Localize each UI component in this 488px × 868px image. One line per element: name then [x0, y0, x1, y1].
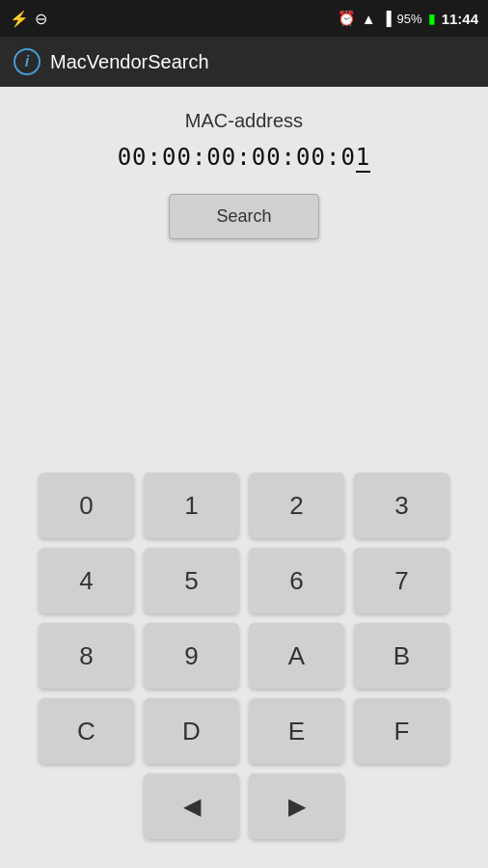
- nav-row: ◀ ▶: [39, 773, 449, 839]
- key-9[interactable]: 9: [144, 623, 239, 689]
- title-bar: i MacVendorSearch: [0, 37, 488, 87]
- key-a[interactable]: A: [249, 623, 344, 689]
- status-right-icons: ⏰ ▲ ▐ 95% ▮ 11:44: [338, 10, 478, 27]
- search-button[interactable]: Search: [169, 194, 318, 239]
- main-content: MAC-address 00:00:00:00:00:01 Search 0 1…: [0, 87, 488, 868]
- key-3[interactable]: 3: [354, 473, 449, 538]
- mac-address-display: 00:00:00:00:00:01: [118, 144, 371, 171]
- key-2[interactable]: 2: [249, 473, 344, 538]
- key-8[interactable]: 8: [39, 623, 134, 689]
- status-left-icons: ⚡ ⊖: [10, 10, 47, 28]
- keypad-container: 0 1 2 3 4 5 6 7 8 9 A B C D E F ◀ ▶: [0, 453, 488, 868]
- usb-icon: ⚡: [10, 10, 29, 28]
- wifi-icon: ▲: [362, 11, 376, 27]
- clock: 11:44: [442, 11, 478, 27]
- key-1[interactable]: 1: [144, 473, 239, 538]
- key-6[interactable]: 6: [249, 548, 344, 613]
- key-0[interactable]: 0: [39, 473, 134, 538]
- battery-percent: 95%: [397, 12, 422, 26]
- nav-spacer-2: [354, 773, 449, 839]
- nav-left-button[interactable]: ◀: [144, 773, 239, 839]
- battery-icon: ▮: [428, 11, 436, 26]
- key-b[interactable]: B: [354, 623, 449, 689]
- key-5[interactable]: 5: [144, 548, 239, 613]
- key-7[interactable]: 7: [354, 548, 449, 613]
- keypad: 0 1 2 3 4 5 6 7 8 9 A B C D E F: [39, 473, 449, 764]
- mac-label: MAC-address: [185, 110, 303, 132]
- status-bar: ⚡ ⊖ ⏰ ▲ ▐ 95% ▮ 11:44: [0, 0, 488, 37]
- key-4[interactable]: 4: [39, 548, 134, 613]
- app-title: MacVendorSearch: [50, 51, 209, 73]
- info-icon[interactable]: i: [14, 48, 41, 75]
- minus-circle-icon: ⊖: [35, 10, 47, 28]
- mac-address-value: 00:00:00:00:00:0: [118, 144, 356, 171]
- key-e[interactable]: E: [249, 698, 344, 764]
- nav-spacer-1: [39, 773, 134, 839]
- nav-right-button[interactable]: ▶: [249, 773, 344, 839]
- signal-icon: ▐: [382, 11, 392, 26]
- key-c[interactable]: C: [39, 698, 134, 764]
- mac-address-cursor: 1: [356, 144, 370, 173]
- key-d[interactable]: D: [144, 698, 239, 764]
- alarm-icon: ⏰: [338, 10, 356, 27]
- key-f[interactable]: F: [354, 698, 449, 764]
